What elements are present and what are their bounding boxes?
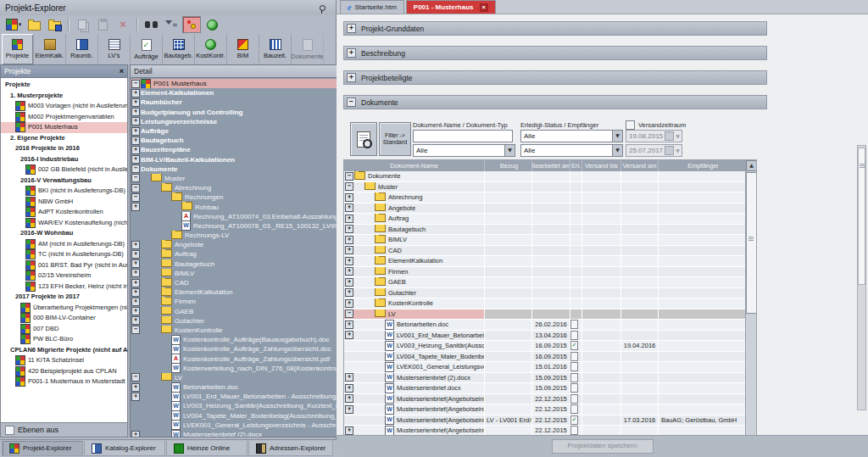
section-header-dokumente[interactable]: −Dokumente: [343, 95, 767, 109]
table-row[interactable]: +Gutachter: [344, 288, 746, 299]
expander-icon[interactable]: +: [345, 373, 353, 382]
refresh-button[interactable]: [203, 16, 221, 33]
expander-icon[interactable]: +: [131, 393, 140, 401]
erledigt-checkbox[interactable]: [570, 362, 578, 371]
dock-tab-projekt-explorer[interactable]: Projekt-Explorer: [2, 441, 83, 456]
table-row[interactable]: +WMusterserienbrief (2).docx15.09.2015: [344, 373, 746, 384]
dock-tab-adressen-explorer[interactable]: Adressen-Explorer: [248, 441, 333, 456]
project-tree-item[interactable]: AM (nicht in Auslieferungs-DB): [1, 239, 127, 250]
module-button-bim[interactable]: BIM: [227, 34, 259, 64]
erledigt-checkbox[interactable]: [570, 383, 578, 393]
column-header[interactable]: Empfänger: [659, 160, 746, 171]
scrollbar-thumb[interactable]: [746, 172, 757, 314]
detail-tree-item[interactable]: +BIMLV: [131, 269, 363, 278]
table-row[interactable]: +WMusterserienbrief(Angebotseinholung22.…: [344, 404, 746, 415]
table-row[interactable]: +Abrechnung: [344, 192, 746, 203]
detail-tree-item[interactable]: +BIM-LV/Bauteil-Kalkulationen: [131, 155, 363, 164]
table-row[interactable]: +CAD: [344, 246, 746, 257]
expander-icon[interactable]: +: [131, 259, 140, 268]
project-tree-item[interactable]: 002 GB Bielefeld (nicht in Auslieferungs…: [1, 164, 127, 176]
project-tree-item[interactable]: NBW GmbH: [1, 197, 127, 208]
date-from-field[interactable]: 19.08.2015 ▼: [626, 130, 682, 142]
project-tree-item[interactable]: 1. Musterprojekte: [1, 91, 127, 102]
project-tree-item[interactable]: TC (nicht in Auslieferungs-DB): [1, 249, 127, 260]
detail-tree-item[interactable]: Rechnungs-LV: [131, 231, 363, 240]
expander-icon[interactable]: +: [347, 48, 356, 58]
expander-icon[interactable]: +: [345, 225, 353, 233]
module-button-auftrge[interactable]: Aufträge: [131, 34, 163, 64]
detail-tree-item[interactable]: +WBetonarbeiten.doc: [131, 382, 363, 392]
detail-tree-item[interactable]: −Abrechnung: [131, 183, 363, 192]
section-header-projekt-grunddaten[interactable]: +Projekt-Grunddaten: [343, 21, 767, 36]
copy-button[interactable]: [73, 16, 92, 33]
detail-tree-item[interactable]: WKostenkontrolle_Aufträge(Bauausgabebuch…: [131, 335, 363, 344]
project-tree-item[interactable]: Projekte: [1, 80, 127, 91]
detail-tree-item[interactable]: +WMusterserienbrief (2).docx: [131, 430, 363, 437]
flags-toggle-button[interactable]: [182, 16, 201, 33]
detail-tree-item[interactable]: +Bauzeitenpläne: [131, 145, 363, 154]
table-row[interactable]: +Bautagebuch: [344, 225, 746, 236]
expander-icon[interactable]: +: [345, 320, 353, 329]
detail-tree-item[interactable]: WLV003_Heizung_Sanitär(Ausschreibung_Kur…: [131, 401, 363, 410]
table-row[interactable]: +WLV001_Erd_Mauer_Betonarbeiten13.04.201…: [344, 331, 746, 342]
expander-icon[interactable]: +: [131, 307, 140, 315]
detail-tree-item[interactable]: +Angebote: [131, 240, 363, 249]
dock-tab-heinze-online[interactable]: Heinze Online: [166, 441, 248, 456]
erledigt-checkbox[interactable]: [570, 404, 578, 414]
expander-icon[interactable]: +: [131, 98, 140, 107]
project-tree-item[interactable]: 11 KITA Schatzinsel: [1, 355, 127, 366]
table-row[interactable]: +ElementKalkulation: [344, 256, 746, 267]
detail-tree-item[interactable]: +Auftrag: [131, 249, 363, 259]
detail-tree-item[interactable]: +Aufträge: [131, 126, 363, 136]
erledigt-checkbox[interactable]: [570, 373, 578, 382]
project-tree-item[interactable]: P001 Musterhaus: [1, 122, 127, 133]
module-button-kostkontr[interactable]: KostKontr.: [195, 34, 227, 64]
table-row[interactable]: +Angebote: [344, 203, 746, 215]
detail-tree-item[interactable]: +Gutachter: [131, 316, 363, 326]
detail-tree-item[interactable]: −LV: [131, 373, 363, 382]
expander-icon[interactable]: +: [345, 203, 353, 212]
project-tree-item[interactable]: 000 BIM-LV-Container: [1, 313, 127, 324]
expander-icon[interactable]: +: [345, 288, 353, 297]
document-tab-startseite[interactable]: eStartseite.htm: [340, 0, 404, 14]
expander-icon[interactable]: +: [345, 405, 353, 414]
save-button[interactable]: [45, 16, 64, 33]
chevron-down-icon[interactable]: ▼: [504, 145, 515, 156]
expander-icon[interactable]: +: [345, 215, 353, 223]
project-tree-item[interactable]: BKI (nicht in Auslieferungs-DB): [1, 186, 127, 197]
versandzeitraum-checkbox[interactable]: [626, 120, 635, 130]
expander-icon[interactable]: +: [345, 331, 353, 339]
expander-icon[interactable]: +: [131, 269, 140, 277]
project-tree-item[interactable]: PW BLC-Büro: [1, 334, 127, 345]
detail-tree-item[interactable]: −P001 Musterhaus: [131, 79, 363, 88]
detail-tree-item[interactable]: +Rohbau: [131, 202, 363, 211]
expander-icon[interactable]: +: [345, 267, 353, 276]
expander-icon[interactable]: −: [131, 174, 140, 182]
column-header[interactable]: Versand bis: [582, 160, 621, 171]
project-tree-item[interactable]: 2017 Projekte in 2017: [1, 292, 127, 303]
expander-icon[interactable]: +: [131, 117, 140, 125]
table-row[interactable]: +WMusterserienbrief.docx15.09.2015: [344, 383, 746, 394]
erledigt-checkbox[interactable]: [570, 352, 578, 361]
module-button-elemkalk[interactable]: ElemKalk.: [34, 34, 66, 64]
expander-icon[interactable]: +: [131, 108, 140, 116]
table-row[interactable]: +BIMLV: [344, 235, 746, 246]
project-tree-item[interactable]: P001-1 Musterhaus in Musterstadt: [1, 376, 127, 387]
detail-tree-item[interactable]: −Muster: [131, 174, 363, 183]
expander-icon[interactable]: −: [131, 373, 140, 382]
expander-icon[interactable]: +: [345, 246, 353, 254]
delete-button[interactable]: [114, 16, 132, 33]
pin-icon[interactable]: [320, 5, 326, 11]
save-project-button[interactable]: Projektdaten speichern: [552, 439, 654, 454]
detail-tree-item[interactable]: +Leistungsverzeichnisse: [131, 117, 363, 126]
expander-icon[interactable]: +: [131, 431, 140, 437]
erledigt-checkbox[interactable]: [570, 331, 578, 340]
paste-button[interactable]: [93, 16, 112, 33]
expander-icon[interactable]: +: [131, 146, 140, 154]
table-scrollbar[interactable]: ▲ ▼: [745, 160, 756, 436]
project-tree-item[interactable]: M003 Vorlagen (nicht in Auslieferungs-DB…: [1, 101, 127, 112]
project-tree-item[interactable]: CPLAN6 Migrierte Projekte (nicht auf Aus…: [1, 345, 127, 356]
module-button-bauzeit[interactable]: Bauzeit.: [259, 34, 292, 64]
panel-scrollbar[interactable]: [857, 145, 866, 410]
detail-tree-item[interactable]: WKostenkontrolle_Aufträge_Zahlungsübersi…: [131, 344, 363, 354]
